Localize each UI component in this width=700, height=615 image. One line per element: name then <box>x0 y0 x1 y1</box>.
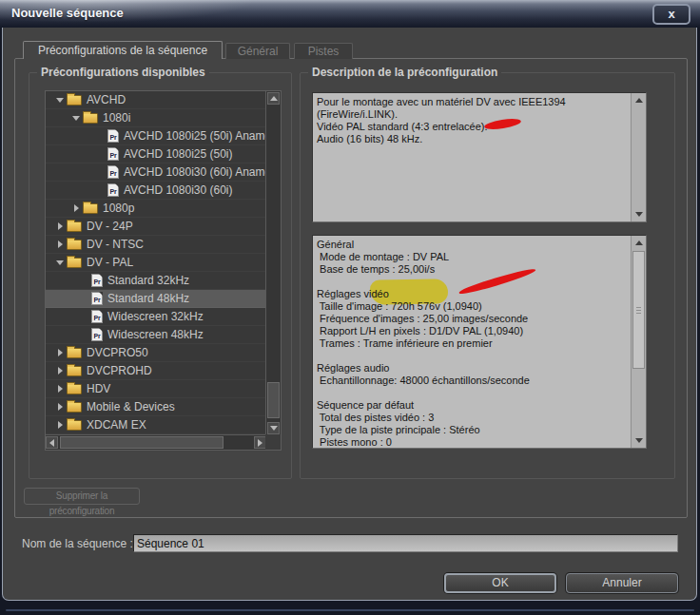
tree-item[interactable]: PrWidescreen 48kHz <box>46 326 266 344</box>
tree-item[interactable]: PrAVCHD 1080i25 (50i) Anamo <box>46 127 266 145</box>
sequence-presets-tab-panel: Préconfigurations disponibles AVCHD1080i… <box>14 58 688 518</box>
tree-item[interactable]: 1080i <box>46 109 266 127</box>
folder-label: DVCPROHD <box>87 364 152 377</box>
folder-icon <box>83 113 98 124</box>
folder-icon <box>67 420 82 431</box>
folder-icon <box>67 348 82 358</box>
chevron-right-icon[interactable] <box>53 349 67 356</box>
chevron-right-icon[interactable] <box>53 367 67 375</box>
scroll-up-button[interactable] <box>632 237 646 249</box>
chevron-right-icon[interactable] <box>53 403 67 411</box>
chevron-right-icon[interactable] <box>53 385 67 393</box>
tree-item[interactable]: XDCAM EX <box>46 416 266 434</box>
preset-details-text: Général Mode de montage : DV PAL Base de… <box>317 239 629 449</box>
description-line: Rapport L/H en pixels : D1/DV PAL (1,094… <box>317 325 629 337</box>
description-line <box>317 387 629 399</box>
description-line: Total des pistes vidéo : 3 <box>317 412 629 424</box>
folder-label: DV - NTSC <box>87 238 144 251</box>
folder-icon <box>67 240 82 250</box>
scrollbar-corner <box>265 434 281 450</box>
chevron-down-icon[interactable] <box>69 116 83 121</box>
window-bottom-edge <box>6 609 694 611</box>
window-title: Nouvelle séquence <box>11 6 124 20</box>
arrow-up-icon <box>270 96 278 101</box>
horizontal-scroll-thumb[interactable] <box>60 436 224 449</box>
tab-sequence-presets[interactable]: Préconfigurations de la séquence <box>23 41 223 59</box>
preset-label: AVCHD 1080i25 (50i) Anamo <box>124 129 266 143</box>
tree-item[interactable]: 1080p <box>46 200 266 218</box>
folder-icon <box>67 384 82 394</box>
tree-item[interactable]: PrWidescreen 32kHz <box>46 308 266 326</box>
tree-item[interactable]: DVCPROHD <box>46 362 266 380</box>
folder-icon <box>67 95 82 106</box>
description-line: Pistes mono : 0 <box>317 436 629 449</box>
preset-label: Standard 48kHz <box>107 292 189 305</box>
close-button[interactable]: x <box>652 4 690 25</box>
description-line: Trames : Trame inférieure en premier <box>317 337 629 350</box>
folder-icon <box>67 258 82 268</box>
preset-description-title: Description de la préconfiguration <box>308 66 501 79</box>
cancel-button[interactable]: Annuler <box>566 573 678 593</box>
preset-label: Standard 32kHz <box>107 274 189 287</box>
description-line: (FireWire/i.LINK). <box>317 108 629 121</box>
premiere-preset-icon: Pr <box>91 292 103 305</box>
description-line <box>317 350 629 362</box>
premiere-preset-icon: Pr <box>91 328 103 341</box>
chevron-right-icon[interactable] <box>53 240 67 248</box>
preset-label: AVCHD 1080i25 (50i) <box>124 147 233 161</box>
tree-item[interactable]: DV - PAL <box>46 254 266 272</box>
scroll-down-button[interactable] <box>632 434 646 447</box>
vertical-scroll-thumb[interactable] <box>267 382 280 418</box>
folder-icon <box>67 402 82 413</box>
folder-icon <box>67 366 82 376</box>
scroll-left-button[interactable] <box>46 436 58 449</box>
tree-item[interactable]: PrAVCHD 1080i30 (60i) Anamo <box>46 163 266 182</box>
scroll-down-button[interactable] <box>632 208 646 221</box>
premiere-preset-icon: Pr <box>91 310 103 323</box>
scroll-up-button[interactable] <box>632 94 646 106</box>
tree-item[interactable]: PrAVCHD 1080i25 (50i) <box>46 145 266 163</box>
arrow-up-icon <box>635 240 643 245</box>
description-line: Base de temps : 25,00i/s <box>317 263 629 276</box>
tree-item[interactable]: PrStandard 48kHz <box>46 290 266 308</box>
delete-preset-button[interactable]: Supprimer la préconfiguration <box>24 488 140 505</box>
tree-item[interactable]: PrStandard 32kHz <box>46 272 266 290</box>
tree-item[interactable]: PrAVCHD 1080i30 (60i) <box>46 182 266 200</box>
folder-label: 1080i <box>103 111 130 125</box>
details-scrollbar[interactable] <box>631 236 646 448</box>
folder-label: XDCAM EX <box>87 418 146 432</box>
tree-vertical-scrollbar[interactable] <box>265 91 281 435</box>
tree-item[interactable]: DVCPRO50 <box>46 344 266 362</box>
chevron-down-icon[interactable] <box>53 260 67 265</box>
premiere-preset-icon: Pr <box>107 165 119 179</box>
chevron-right-icon[interactable] <box>69 204 83 212</box>
tree-horizontal-scrollbar[interactable] <box>46 434 266 450</box>
description-line: Echantillonnage: 48000 échantillons/seco… <box>317 375 629 387</box>
scroll-down-button[interactable] <box>267 422 280 434</box>
description-line: Audio (16 bits) 48 kHz. <box>317 133 629 145</box>
sequence-name-input[interactable] <box>133 534 678 552</box>
vertical-scroll-thumb[interactable] <box>632 251 645 369</box>
premiere-preset-icon: Pr <box>107 147 119 161</box>
tree-item[interactable]: DV - NTSC <box>46 236 266 254</box>
tree-item[interactable]: HDV <box>46 380 266 398</box>
tab-general[interactable]: Général <box>225 43 290 59</box>
description-line: Fréquence d'images : 25,00 images/second… <box>317 313 629 325</box>
tree-item[interactable]: AVCHD <box>46 91 266 109</box>
summary-scrollbar[interactable] <box>631 93 646 221</box>
sequence-name-label: Nom de la séquence : <box>22 537 133 550</box>
tree-item[interactable]: Mobile & Devices <box>46 398 266 416</box>
arrow-right-icon <box>258 439 262 447</box>
chevron-down-icon[interactable] <box>53 98 67 103</box>
tab-tracks[interactable]: Pistes <box>294 43 353 59</box>
preset-details-box: Général Mode de montage : DV PAL Base de… <box>312 235 647 449</box>
preset-description-group: Description de la préconfiguration Pour … <box>300 72 675 479</box>
scroll-up-button[interactable] <box>267 92 280 105</box>
chevron-right-icon[interactable] <box>53 421 67 429</box>
chevron-right-icon[interactable] <box>53 222 67 230</box>
tree-item[interactable]: DV - 24P <box>46 218 266 236</box>
description-line: Vidéo PAL standard (4:3 entrelacée). <box>317 121 629 133</box>
ok-button[interactable]: OK <box>444 573 556 593</box>
premiere-preset-icon: Pr <box>107 129 119 143</box>
folder-icon <box>67 221 82 232</box>
